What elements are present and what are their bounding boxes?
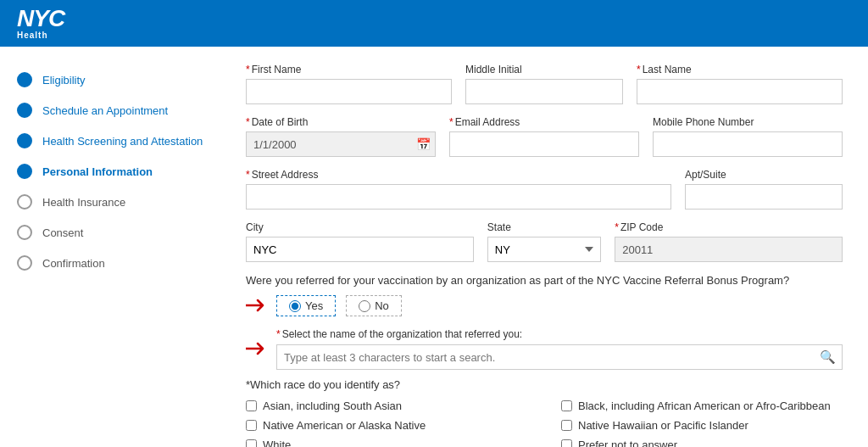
sidebar-dot-eligibility [17, 72, 32, 87]
first-name-label: *First Name [246, 64, 452, 75]
first-name-group: *First Name [246, 64, 452, 104]
org-search-wrapper: *Select the name of the organization tha… [276, 328, 843, 370]
sidebar-item-health-screening[interactable]: Health Screening and Attestation [17, 133, 203, 148]
referral-question: Were you referred for your vaccination b… [246, 274, 843, 287]
email-group: *Email Address [449, 116, 639, 157]
dob-label: *Date of Birth [246, 116, 436, 128]
zip-group: *ZIP Code [615, 221, 843, 262]
race-checkbox-prefer-not[interactable] [561, 439, 572, 447]
yes-radio[interactable] [289, 300, 301, 312]
search-input-wrapper: 🔍 [276, 344, 843, 370]
city-group: City [246, 221, 474, 262]
yes-label: Yes [305, 299, 323, 312]
calendar-icon[interactable]: 📅 [416, 137, 431, 151]
race-checkbox-black[interactable] [561, 400, 572, 411]
dob-email-row: *Date of Birth 📅 *Email Address Mobile P… [246, 116, 843, 157]
city-state-zip-row: City State NY NJ CT *ZIP Code [246, 221, 843, 262]
race-label-prefer-not: Prefer not to answer [578, 439, 677, 447]
race-options-grid: Asian, including South Asian Black, incl… [246, 400, 843, 447]
street-label: *Street Address [246, 169, 671, 181]
middle-initial-label: Middle Initial [465, 64, 623, 75]
sidebar-item-consent[interactable]: Consent [17, 225, 203, 240]
race-option-asian[interactable]: Asian, including South Asian [246, 400, 527, 412]
search-icon: 🔍 [820, 349, 836, 365]
sidebar-dot-consent [17, 225, 32, 240]
referral-arrow-icon [246, 297, 270, 316]
sidebar: Eligibility Schedule an Appointment Heal… [0, 47, 220, 447]
sidebar-label-personal-info: Personal Information [42, 165, 153, 178]
sidebar-item-personal-info[interactable]: Personal Information [17, 164, 203, 179]
sidebar-dot-confirmation [17, 255, 32, 271]
dob-wrapper: 📅 [246, 131, 436, 157]
mobile-label: Mobile Phone Number [653, 116, 843, 128]
header: NYC Health [0, 0, 868, 47]
street-row: *Street Address Apt/Suite [246, 169, 843, 210]
last-name-group: *Last Name [637, 64, 843, 104]
race-option-native-hawaiian[interactable]: Native Hawaiian or Pacific Islander [561, 419, 843, 432]
yes-radio-option[interactable]: Yes [276, 295, 336, 316]
race-checkbox-native-american[interactable] [246, 420, 257, 431]
last-name-input[interactable] [637, 79, 843, 104]
sidebar-item-eligibility[interactable]: Eligibility [17, 72, 203, 87]
logo-text: NYC [17, 7, 64, 31]
street-group: *Street Address [246, 169, 671, 210]
sidebar-label-confirmation: Confirmation [42, 257, 105, 270]
mobile-group: Mobile Phone Number [653, 116, 843, 157]
race-checkbox-white[interactable] [246, 439, 257, 447]
sidebar-item-health-insurance[interactable]: Health Insurance [17, 194, 203, 210]
race-label-native-hawaiian: Native Hawaiian or Pacific Islander [578, 419, 748, 432]
mobile-input[interactable] [653, 131, 843, 157]
race-label-white: White [263, 439, 291, 447]
logo-sub: Health [17, 31, 48, 40]
sidebar-label-eligibility: Eligibility [42, 74, 86, 87]
apt-label: Apt/Suite [685, 169, 843, 181]
referral-radio-section: Yes No [246, 295, 843, 328]
referral-radio-group: Yes No [276, 295, 402, 316]
race-label-asian: Asian, including South Asian [263, 400, 402, 412]
sidebar-item-confirmation[interactable]: Confirmation [17, 255, 203, 271]
street-input[interactable] [246, 184, 671, 210]
sidebar-label-schedule: Schedule an Appointment [42, 104, 168, 117]
apt-input[interactable] [685, 184, 843, 210]
race-option-prefer-not[interactable]: Prefer not to answer [561, 439, 843, 447]
race-option-native-american[interactable]: Native American or Alaska Native [246, 419, 527, 432]
sidebar-dot-personal-info [17, 164, 32, 179]
race-checkbox-native-hawaiian[interactable] [561, 420, 572, 431]
zip-label: *ZIP Code [615, 221, 843, 233]
org-search-input[interactable] [276, 344, 843, 370]
race-label-black: Black, including African American or Afr… [578, 400, 831, 412]
sidebar-item-schedule[interactable]: Schedule an Appointment [17, 103, 203, 118]
zip-input[interactable] [615, 237, 843, 262]
state-select[interactable]: NY NJ CT [487, 237, 601, 262]
race-section-label: *Which race do you identify as? [246, 378, 843, 391]
race-label-native-american: Native American or Alaska Native [263, 419, 426, 432]
sidebar-label-health-screening: Health Screening and Attestation [42, 135, 203, 148]
no-radio[interactable] [359, 300, 370, 312]
race-option-black[interactable]: Black, including African American or Afr… [561, 400, 843, 412]
name-row: *First Name Middle Initial *Last Name [246, 64, 843, 104]
email-input[interactable] [449, 131, 639, 157]
last-name-label: *Last Name [637, 64, 843, 75]
middle-initial-group: Middle Initial [465, 64, 623, 104]
middle-initial-input[interactable] [465, 79, 623, 104]
nyc-logo: NYC Health [17, 7, 64, 40]
race-option-white[interactable]: White [246, 439, 527, 447]
content-area: *First Name Middle Initial *Last Name [220, 47, 868, 447]
no-label: No [375, 299, 389, 312]
email-label: *Email Address [449, 116, 639, 128]
city-input[interactable] [246, 237, 474, 262]
sidebar-dot-health-insurance [17, 194, 32, 210]
org-search-section: *Select the name of the organization tha… [246, 328, 843, 370]
race-checkbox-asian[interactable] [246, 400, 257, 411]
state-label: State [487, 221, 601, 233]
first-name-input[interactable] [246, 79, 452, 104]
state-group: State NY NJ CT [487, 221, 601, 262]
city-label: City [246, 221, 474, 233]
sidebar-label-consent: Consent [42, 226, 83, 239]
main-layout: Eligibility Schedule an Appointment Heal… [0, 47, 868, 447]
dob-input[interactable] [246, 131, 436, 157]
sidebar-label-health-insurance: Health Insurance [42, 196, 125, 209]
org-arrow-icon [246, 340, 270, 360]
dob-group: *Date of Birth 📅 [246, 116, 436, 157]
no-radio-option[interactable]: No [346, 295, 402, 316]
